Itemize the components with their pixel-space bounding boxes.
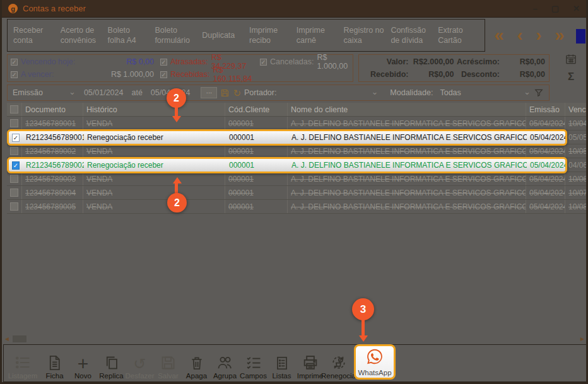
table-header-row: Documento Histórico Cód.Cliente Nome do … xyxy=(7,103,588,117)
more-options-button[interactable]: ... xyxy=(201,87,217,98)
step-2-arrowhead-icon xyxy=(172,116,181,122)
row-checkbox[interactable] xyxy=(10,202,18,211)
boleto-formulario-button[interactable]: Boleto formulário xyxy=(151,25,199,46)
undo-icon: ↺ xyxy=(133,352,146,371)
valor-label: Valor: xyxy=(363,57,409,66)
portador-label: Portador: xyxy=(244,88,276,97)
floppy-icon xyxy=(160,352,177,371)
filter-bar: Emissão ⌄ 05/01/2024 até 05/04/2024 ... … xyxy=(7,84,550,101)
replica-button[interactable]: Replica xyxy=(97,352,126,380)
refresh-icon[interactable]: ↻ xyxy=(233,88,241,98)
col-emissao[interactable]: Emissão xyxy=(526,103,565,116)
save-filter-icon[interactable] xyxy=(220,88,230,98)
scrollbar-thumb[interactable] xyxy=(13,335,26,342)
row-checkbox[interactable] xyxy=(10,175,18,183)
listas-button[interactable]: Listas xyxy=(268,352,296,380)
row-checkbox-checked[interactable]: ✓ xyxy=(12,134,20,142)
col-cod-cliente[interactable]: Cód.Cliente xyxy=(225,103,288,116)
imprime-recibo-button[interactable]: Imprime recibo xyxy=(246,25,293,46)
next-record-button[interactable]: › xyxy=(536,27,541,44)
chevron-down-icon[interactable]: ⌄ xyxy=(69,88,76,96)
recebidas-checkbox[interactable]: ✓ xyxy=(160,71,167,78)
atrasadas-label: Atrasadas: xyxy=(170,57,208,66)
people-icon xyxy=(216,352,234,371)
maximize-button[interactable]: ▢ xyxy=(551,4,559,13)
last-record-button[interactable]: » xyxy=(555,27,564,44)
extrato-cartao-button[interactable]: Extrato Cartão xyxy=(435,25,482,46)
sum-icon[interactable]: Σ xyxy=(568,71,574,83)
recebido-value: R$0,00 xyxy=(409,70,454,79)
desfazer-button[interactable]: ↺ Desfazer xyxy=(126,352,154,380)
salvar-button[interactable]: Salvar xyxy=(154,352,182,380)
novo-button[interactable]: + Novo xyxy=(69,352,97,380)
scroll-left-icon[interactable]: ◂ xyxy=(3,335,11,342)
vencendo-hoje-checkbox[interactable]: ✓ xyxy=(11,59,18,66)
modalidade-select[interactable]: Todas xyxy=(440,88,461,97)
a-vencer-label: A vencer: xyxy=(21,70,54,79)
table-row[interactable]: 123456789005 VENDA 000001 A. J. DELFINO … xyxy=(7,200,588,214)
ficha-button[interactable]: Ficha xyxy=(40,352,69,380)
a-vencer-checkbox[interactable]: ✓ xyxy=(11,71,18,78)
close-button[interactable]: ✕ xyxy=(573,4,580,13)
imprime-button[interactable]: Imprime xyxy=(296,352,324,380)
top-toolbar: Receber conta Acerto de convênios Boleto… xyxy=(7,19,485,52)
acerto-convenios-button[interactable]: Acerto de convênios xyxy=(57,25,105,46)
list-icon xyxy=(14,352,32,371)
row-checkbox[interactable] xyxy=(10,119,18,127)
filter-field-select[interactable]: Emissão xyxy=(13,88,66,97)
canceladas-label: Canceladas: xyxy=(270,57,314,66)
contas-a-receber-window: g Contas a receber – ▢ ✕ Receber conta A… xyxy=(0,0,588,384)
col-nome-cliente[interactable]: Nome do cliente xyxy=(288,103,526,116)
document-icon xyxy=(46,352,63,371)
table-row[interactable]: 123456789001 VENDA 000001 A. J. DELFINO … xyxy=(7,117,588,131)
nav-indicator xyxy=(576,29,585,44)
receivables-table: Documento Histórico Cód.Cliente Nome do … xyxy=(7,103,588,334)
confissao-divida-button[interactable]: Confissão de dívida xyxy=(387,25,435,46)
modalidade-chevron-icon[interactable]: ⌄ xyxy=(524,88,531,96)
table-row[interactable]: 123456789004 VENDA 000001 A. J. DELFINO … xyxy=(7,186,588,200)
highlighted-row-renegociacao-1[interactable]: ✓ R2123456789001 Renegociação receber 00… xyxy=(7,129,567,146)
col-vencimento[interactable]: Vencimento xyxy=(565,103,588,116)
agrupa-button[interactable]: Agrupa xyxy=(211,352,239,380)
campos-button[interactable]: Campos xyxy=(239,352,268,380)
row-checkbox[interactable] xyxy=(10,189,18,197)
receber-conta-button[interactable]: Receber conta xyxy=(10,25,57,46)
col-documento[interactable]: Documento xyxy=(22,103,83,116)
portador-chevron-icon[interactable]: ⌄ xyxy=(371,88,378,96)
whatsapp-icon xyxy=(365,347,384,369)
list-document-icon xyxy=(274,352,290,371)
minimize-button[interactable]: – xyxy=(533,4,538,13)
duplicata-button[interactable]: Duplicata xyxy=(199,30,246,40)
renegocia-button[interactable]: Renegocia xyxy=(324,352,353,380)
calendar-icon[interactable] xyxy=(565,53,577,68)
table-row[interactable]: 123456789003 VENDA 000001 A. J. DELFINO … xyxy=(7,172,588,186)
row-checkbox[interactable] xyxy=(10,147,18,155)
date-from-input[interactable]: 05/01/2024 xyxy=(84,88,124,97)
copy-icon xyxy=(103,352,120,371)
atrasadas-checkbox[interactable]: ✓ xyxy=(160,59,167,66)
highlighted-row-renegociacao-2[interactable]: ✓ R2123456789002 Renegociação receber 00… xyxy=(7,157,567,173)
whatsapp-button[interactable]: WhatsApp xyxy=(354,344,396,380)
col-historico[interactable]: Histórico xyxy=(83,103,225,116)
recebidas-value: R$ 160.115,84 xyxy=(213,66,254,83)
select-all-checkbox[interactable] xyxy=(10,105,18,113)
plus-icon: + xyxy=(78,352,89,371)
bottom-toolbar: Listagem Ficha + Novo Replica ↺ xyxy=(3,344,588,382)
previous-record-button[interactable]: ‹ xyxy=(517,27,523,44)
listagem-button[interactable]: Listagem xyxy=(5,352,40,380)
horizontal-scrollbar[interactable]: ◂ ▸ xyxy=(3,334,586,343)
row-checkbox-checked[interactable]: ✓ xyxy=(12,161,20,170)
step-2b-badge: 2 xyxy=(167,193,187,212)
apaga-button[interactable]: Apaga xyxy=(182,352,211,380)
first-record-button[interactable]: « xyxy=(494,27,503,44)
registro-caixa-button[interactable]: Registro no caixa xyxy=(341,25,388,46)
table-row[interactable]: 123456789002 VENDA 000001 A. J. DELFINO … xyxy=(7,144,588,158)
boleto-folha-a4-button[interactable]: Boleto folha A4 xyxy=(105,25,152,46)
imprime-carne-button[interactable]: Imprime carnê xyxy=(293,25,341,46)
scroll-right-icon[interactable]: ▸ xyxy=(579,335,586,342)
window-title: Contas a receber xyxy=(23,4,86,13)
modalidade-label: Modalidade: xyxy=(390,88,433,97)
filter-funnel-icon[interactable] xyxy=(534,88,544,98)
canceladas-checkbox[interactable]: ✓ xyxy=(260,59,267,66)
desconto-value: R$0,00 xyxy=(500,70,545,79)
